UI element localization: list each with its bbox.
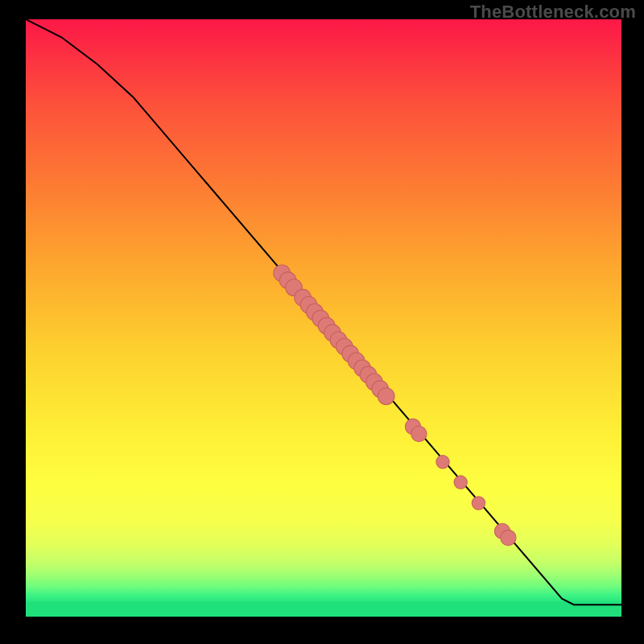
data-marker	[472, 497, 485, 510]
data-marker	[411, 426, 427, 441]
watermark-text: TheBottleneck.com	[470, 2, 636, 23]
data-marker	[436, 456, 449, 469]
green-baseline-band	[26, 601, 621, 617]
data-marker	[378, 388, 394, 405]
plot-area	[26, 19, 621, 617]
chart-frame: TheBottleneck.com	[0, 0, 644, 644]
data-marker	[501, 530, 516, 545]
chart-svg	[26, 19, 621, 617]
data-marker	[454, 476, 467, 489]
